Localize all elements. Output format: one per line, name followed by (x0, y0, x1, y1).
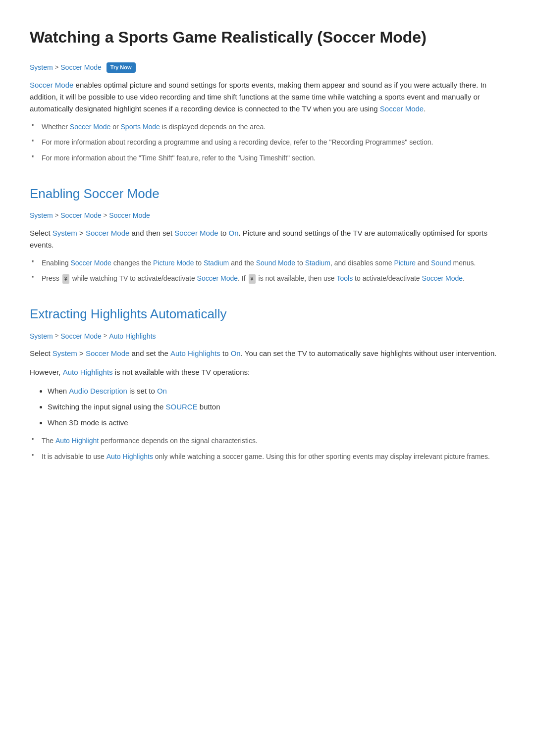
s2-soccer-mode-link[interactable]: Soccer Mode (86, 349, 129, 357)
s1-breadcrumb-system[interactable]: System (30, 210, 53, 221)
intro-paragraph: Soccer Mode enables optimal picture and … (30, 79, 505, 115)
s1-note2-soccer-mode[interactable]: Soccer Mode (197, 274, 238, 282)
s1-breadcrumb-soccer2[interactable]: Soccer Mode (109, 210, 150, 221)
s2-note2-auto-highlights[interactable]: Auto Highlights (107, 453, 153, 460)
section2-breadcrumb: System > Soccer Mode > Auto Highlights (30, 331, 505, 342)
section2-note1: The Auto Highlight performance depends o… (30, 436, 505, 447)
s2-on-link[interactable]: On (231, 349, 241, 357)
s1-note1-picture-mode[interactable]: Picture Mode (153, 259, 194, 267)
page-title: Watching a Sports Game Realistically (So… (30, 25, 505, 50)
breadcrumb-system[interactable]: System (30, 62, 53, 73)
yen-symbol-2: ¥ (249, 274, 256, 284)
note-item-3: For more information about the "Time Shi… (30, 153, 505, 164)
s1-sep1: > (55, 210, 59, 221)
s1-on-link[interactable]: On (229, 229, 239, 237)
yen-symbol-1: ¥ (62, 274, 69, 284)
s1-note2-tools[interactable]: Tools (337, 274, 353, 282)
s1-note1-sound-mode[interactable]: Sound Mode (256, 259, 295, 267)
intro-notes-list: Whether Soccer Mode or Sports Mode is di… (30, 122, 505, 164)
section2-heading: Extracting Highlights Automatically (30, 304, 505, 325)
breadcrumb-sep1: > (55, 62, 59, 73)
try-now-badge[interactable]: Try Now (107, 62, 136, 73)
bullet-item-1: When Audio Description is set to On (48, 385, 505, 397)
intro-soccer-mode-link[interactable]: Soccer Mode (30, 81, 73, 89)
note-item-2: For more information about recording a p… (30, 137, 505, 148)
s1-sep2: > (104, 210, 107, 221)
s1-note2-soccer-mode2[interactable]: Soccer Mode (422, 274, 463, 282)
s2-breadcrumb-system[interactable]: System (30, 331, 53, 342)
section2-note2: It is advisable to use Auto Highlights o… (30, 452, 505, 462)
note1-sports-mode[interactable]: Sports Mode (121, 123, 160, 131)
top-breadcrumb: System > Soccer Mode Try Now (30, 62, 505, 73)
section2-body2: However, Auto Highlights is not availabl… (30, 366, 505, 378)
s1-breadcrumb-soccer1[interactable]: Soccer Mode (60, 210, 101, 221)
s1-note1-soccer-mode[interactable]: Soccer Mode (70, 259, 111, 267)
s2-system-link[interactable]: System (53, 349, 77, 357)
s2-sep1: > (55, 331, 59, 341)
s2-auto-highlights-link[interactable]: Auto Highlights (170, 349, 220, 357)
breadcrumb-soccer-mode[interactable]: Soccer Mode (60, 62, 101, 73)
s1-soccer-mode-link[interactable]: Soccer Mode (86, 229, 129, 237)
section2-bullet-list: When Audio Description is set to On Swit… (30, 385, 505, 429)
s2-on-link2[interactable]: On (157, 387, 167, 395)
section1-body: Select System > Soccer Mode and then set… (30, 227, 505, 251)
bullet-item-3: When 3D mode is active (48, 417, 505, 429)
section1-note2: Press ¥ while watching TV to activate/de… (30, 273, 505, 284)
section1-heading: Enabling Soccer Mode (30, 184, 505, 204)
note1-soccer-mode[interactable]: Soccer Mode (70, 123, 110, 131)
s1-note1-stadium2[interactable]: Stadium (305, 259, 330, 267)
s2-auto-highlights-link2[interactable]: Auto Highlights (63, 368, 113, 376)
section-enabling-soccer-mode: Enabling Soccer Mode System > Soccer Mod… (30, 184, 505, 284)
s1-soccer-mode-link2[interactable]: Soccer Mode (174, 229, 218, 237)
section1-note1: Enabling Soccer Mode changes the Picture… (30, 258, 505, 269)
s2-note1-auto-highlight[interactable]: Auto Highlight (55, 437, 99, 445)
section1-breadcrumb: System > Soccer Mode > Soccer Mode (30, 210, 505, 221)
section2-body1: Select System > Soccer Mode and set the … (30, 348, 505, 359)
s2-source-link[interactable]: SOURCE (165, 403, 197, 411)
s1-note1-picture[interactable]: Picture (394, 259, 416, 267)
s2-breadcrumb-auto-highlights[interactable]: Auto Highlights (109, 331, 156, 342)
section-extracting-highlights: Extracting Highlights Automatically Syst… (30, 304, 505, 462)
intro-soccer-mode-link2[interactable]: Soccer Mode (380, 104, 424, 113)
s2-audio-description-link[interactable]: Audio Description (69, 387, 127, 395)
s1-system-link[interactable]: System (53, 229, 77, 237)
s2-sep2: > (104, 331, 107, 341)
s1-note1-stadium1[interactable]: Stadium (204, 259, 229, 267)
s2-breadcrumb-soccer[interactable]: Soccer Mode (60, 331, 101, 342)
note-item-1: Whether Soccer Mode or Sports Mode is di… (30, 122, 505, 133)
bullet-item-2: Switching the input signal using the SOU… (48, 401, 505, 413)
intro-text-period: . (424, 104, 426, 113)
s1-note1-sound[interactable]: Sound (431, 259, 451, 267)
